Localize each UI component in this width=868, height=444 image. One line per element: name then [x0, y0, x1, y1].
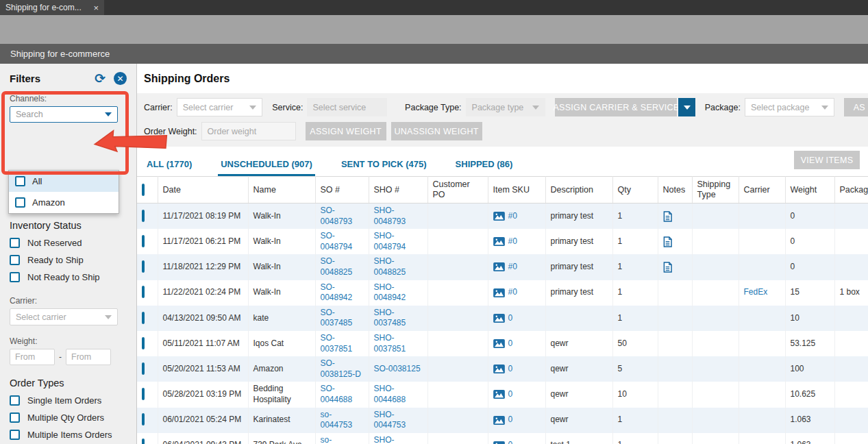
image-icon — [493, 339, 505, 348]
assign-carrier-dropdown-button[interactable] — [678, 98, 695, 116]
chevron-down-icon — [684, 106, 691, 110]
cell-so-link[interactable]: so-0044775 — [321, 435, 353, 444]
channel-all-checkbox[interactable] — [15, 176, 25, 186]
cell-sho-link[interactable]: SHO-0048794 — [374, 231, 406, 251]
package-select[interactable]: Select package — [745, 98, 834, 116]
row-checkbox[interactable] — [142, 286, 145, 298]
cell-sho-link[interactable]: SHO-0044753 — [374, 410, 406, 430]
cell-description: primary test — [545, 229, 612, 254]
tab-unscheduled[interactable]: UNSCHEDULED (907) — [218, 159, 315, 176]
close-filters-icon[interactable]: ✕ — [114, 72, 127, 85]
item-sku-link[interactable]: #0 — [493, 262, 541, 273]
cell-shipping-type — [692, 356, 739, 382]
row-checkbox[interactable] — [142, 337, 145, 349]
tab-all[interactable]: ALL (1770) — [144, 159, 195, 176]
channel-option-amazon[interactable]: Amazon — [9, 192, 119, 213]
cell-so-link[interactable]: SO-0048793 — [321, 206, 353, 226]
cell-item-sku: #0 — [488, 254, 545, 280]
item-sku-link[interactable]: 0 — [493, 338, 541, 349]
row-checkbox[interactable] — [142, 413, 145, 426]
channel-amazon-checkbox[interactable] — [15, 197, 25, 208]
item-sku-link[interactable]: #0 — [493, 236, 541, 247]
cell-so-link[interactable]: SO-0048825 — [321, 256, 353, 277]
cell-sho: SHO-0048825 — [369, 254, 427, 280]
row-checkbox[interactable] — [142, 362, 145, 375]
tab-close-icon[interactable]: × — [93, 3, 99, 13]
cell-sho-link[interactable]: SHO-0037485 — [374, 308, 406, 328]
cell-carrier-link[interactable]: FedEx — [744, 287, 768, 297]
cell-so-link[interactable]: SO-0048794 — [321, 231, 353, 251]
cell-so-link[interactable]: SO-0037485 — [321, 308, 353, 328]
channel-option-all[interactable]: All — [9, 171, 119, 192]
column-header-date: Date — [158, 177, 248, 204]
order-weight-input[interactable]: Order weight — [201, 122, 296, 140]
tab-shipped[interactable]: SHIPPED (86) — [453, 159, 516, 176]
cell-package: 1 box — [834, 280, 868, 306]
carrier-filter-select[interactable]: Select carrier — [10, 308, 118, 325]
row-checkbox[interactable] — [142, 235, 145, 247]
cell-name: kate — [248, 306, 315, 331]
ordertype-multiple-qty-orders-checkbox[interactable] — [10, 412, 20, 423]
channels-search-dropdown[interactable]: Search — [10, 106, 118, 123]
refresh-icon[interactable]: ⟳ — [95, 73, 106, 84]
carrier-select[interactable]: Select carrier — [177, 98, 263, 116]
row-checkbox[interactable] — [142, 439, 145, 444]
image-icon — [493, 288, 505, 297]
cell-so: SO-0048793 — [315, 204, 369, 230]
item-sku-text: #0 — [508, 211, 517, 222]
item-sku-link[interactable]: 0 — [493, 313, 541, 324]
note-icon[interactable] — [663, 211, 672, 222]
select-all-checkbox[interactable] — [142, 184, 145, 196]
window-title: Shipping for e-commerce — [10, 49, 110, 59]
cell-sho-link[interactable]: SHO-0048793 — [374, 206, 406, 226]
column-header-item-sku: Item SKU — [488, 177, 545, 204]
cell-shipping-type — [692, 254, 739, 280]
weight-from-input[interactable]: From — [10, 349, 55, 365]
assign-weight-button[interactable]: ASSIGN WEIGHT — [306, 122, 386, 140]
cell-so-link[interactable]: SO-0038125-D — [321, 358, 361, 379]
cell-sho-link[interactable]: SHO-0044775 — [374, 435, 406, 444]
note-icon[interactable] — [663, 262, 672, 273]
item-sku-link[interactable]: #0 — [493, 211, 541, 222]
cell-sho-link[interactable]: SHO-0048825 — [374, 256, 406, 277]
row-checkbox[interactable] — [142, 260, 145, 273]
weight-to-input[interactable]: From — [66, 349, 111, 365]
item-sku-link[interactable]: 0 — [493, 415, 541, 426]
cell-name: Iqos Cat — [248, 331, 315, 356]
item-sku-link[interactable]: 0 — [493, 364, 541, 375]
cell-so-link[interactable]: SO-0037851 — [321, 333, 353, 354]
note-icon[interactable] — [663, 236, 672, 247]
inventory-not-ready-to-ship-checkbox[interactable] — [10, 272, 20, 282]
assign-carrier-service-button[interactable]: ASSIGN CARRIER & SERVICE — [555, 98, 677, 116]
ordertype-single-item-orders-checkbox[interactable] — [10, 395, 20, 406]
item-sku-link[interactable]: #0 — [493, 287, 541, 298]
cell-so-link[interactable]: SO-0044688 — [321, 384, 353, 404]
cell-notes — [658, 382, 692, 407]
package-type-select[interactable]: Package type — [466, 98, 546, 116]
tab-sent[interactable]: SENT TO PICK (475) — [338, 159, 430, 176]
unassign-weight-button[interactable]: UNASSIGN WEIGHT — [391, 122, 482, 140]
cell-item-sku: #0 — [488, 229, 545, 254]
browser-tab[interactable]: Shipping for e-com... × — [0, 0, 104, 15]
inventory-ready-to-ship-checkbox[interactable] — [10, 255, 20, 265]
view-items-button[interactable]: VIEW ITEMS — [794, 151, 860, 169]
row-checkbox[interactable] — [142, 388, 145, 400]
item-sku-link[interactable]: 0 — [493, 389, 541, 400]
assign-package-button[interactable]: AS — [844, 98, 868, 116]
cell-so-link[interactable]: SO-0048942 — [321, 282, 353, 303]
cell-sho-link[interactable]: SHO-0048942 — [374, 282, 406, 303]
row-checkbox[interactable] — [142, 312, 145, 324]
cell-so-link[interactable]: so-0044753 — [321, 410, 353, 430]
cell-sho-link[interactable]: SHO-0044688 — [374, 384, 406, 404]
item-sku-link[interactable]: 0 — [493, 440, 541, 444]
inventory-not-reserved-checkbox[interactable] — [10, 238, 20, 248]
dropdown-spacer — [0, 123, 136, 173]
service-select[interactable]: Select service — [307, 98, 387, 116]
cell-sho-link[interactable]: SHO-0037851 — [374, 333, 406, 354]
row-checkbox[interactable] — [142, 210, 145, 222]
cell-so: SO-0037851 — [315, 331, 369, 356]
cell-sho-link[interactable]: SO-0038125 — [374, 364, 421, 373]
cell-qty: 1 — [612, 254, 658, 280]
ordertype-multiple-items-orders-checkbox[interactable] — [10, 430, 20, 440]
cell-package — [834, 433, 868, 444]
